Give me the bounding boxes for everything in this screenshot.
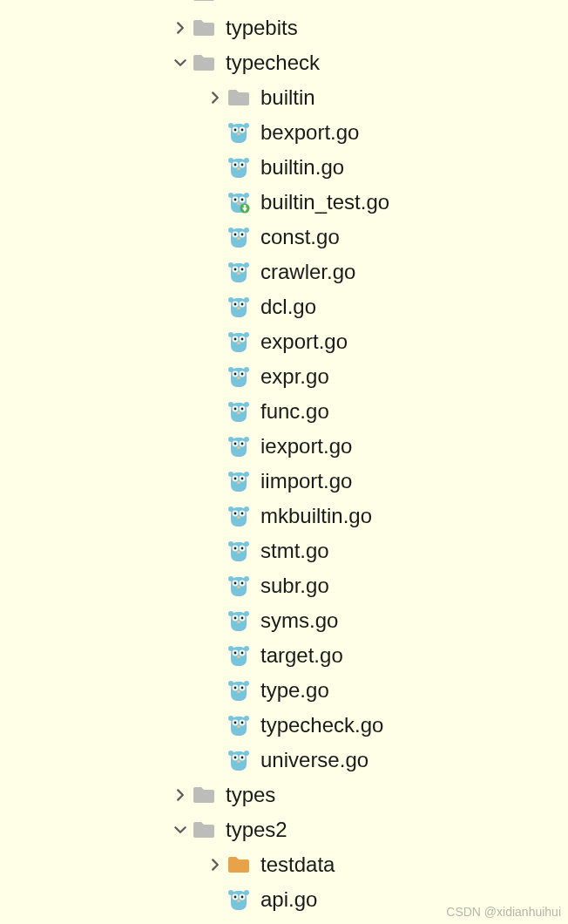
tree-node[interactable]: type.go — [0, 673, 568, 708]
svg-point-48 — [234, 303, 237, 306]
chevron-right-icon — [209, 92, 221, 104]
svg-point-14 — [241, 164, 244, 166]
svg-point-88 — [234, 478, 237, 480]
tree-node-label: func.go — [260, 399, 329, 424]
tree-node[interactable]: target.go — [0, 638, 568, 673]
tree-node[interactable]: const.go — [0, 220, 568, 255]
svg-point-33 — [241, 234, 244, 236]
tree-node-label: builtin_test.go — [260, 190, 389, 214]
tree-node-label: iimport.go — [260, 469, 352, 493]
go-file-icon — [226, 120, 252, 145]
tree-node[interactable]: test — [0, 0, 568, 10]
folder-icon — [227, 855, 250, 874]
tree-node[interactable]: types2 — [0, 812, 568, 847]
svg-point-56 — [234, 338, 237, 341]
tree-node[interactable]: bexport.go — [0, 115, 568, 150]
go-file-icon — [227, 260, 250, 284]
go-file-icon — [227, 225, 250, 249]
svg-point-145 — [241, 722, 244, 724]
svg-point-161 — [241, 896, 244, 899]
expand-arrow[interactable] — [170, 22, 191, 34]
tree-node[interactable]: iexport.go — [0, 429, 568, 464]
go-file-icon — [226, 469, 252, 493]
svg-point-15 — [237, 167, 241, 170]
tree-node[interactable]: builtin_test.go — [0, 185, 568, 220]
svg-point-6 — [241, 129, 244, 132]
tree-node-label: builtin.go — [260, 155, 344, 180]
svg-point-97 — [241, 513, 244, 515]
tree-node[interactable]: types — [0, 778, 568, 812]
expand-arrow[interactable] — [170, 57, 191, 69]
tree-node[interactable]: builtin — [0, 80, 568, 115]
tree-node-label: types — [226, 783, 275, 807]
svg-point-138 — [237, 690, 241, 693]
svg-point-136 — [234, 687, 237, 690]
svg-point-137 — [241, 687, 244, 690]
svg-point-128 — [234, 652, 237, 655]
svg-point-40 — [234, 268, 237, 271]
go-file-icon — [227, 434, 250, 459]
svg-point-72 — [234, 408, 237, 411]
chevron-right-icon — [209, 859, 221, 871]
tree-node[interactable]: stmt.go — [0, 533, 568, 568]
tree-node[interactable]: typebits — [0, 10, 568, 45]
go-file-icon — [226, 748, 252, 772]
folder-icon — [193, 53, 215, 72]
svg-point-106 — [237, 551, 241, 554]
svg-point-41 — [241, 268, 244, 271]
folder-icon — [191, 18, 217, 37]
tree-node[interactable]: expr.go — [0, 359, 568, 394]
folder-icon — [226, 88, 252, 107]
go-file-icon — [226, 887, 252, 912]
chevron-down-icon — [174, 57, 186, 69]
tree-node[interactable]: builtin.go — [0, 150, 568, 185]
tree-node[interactable]: testdata — [0, 847, 568, 882]
tree-node[interactable]: typecheck — [0, 45, 568, 80]
go-file-icon — [226, 399, 252, 424]
tree-node-label: stmt.go — [260, 539, 329, 563]
expand-arrow[interactable] — [205, 859, 226, 871]
svg-point-73 — [241, 408, 244, 411]
svg-point-98 — [237, 516, 241, 519]
tree-node-label: types2 — [226, 818, 287, 842]
svg-point-7 — [237, 132, 241, 135]
go-file-icon — [227, 120, 250, 145]
svg-point-49 — [241, 303, 244, 306]
svg-point-66 — [237, 377, 241, 379]
tree-node-label: mkbuiltin.go — [260, 504, 372, 528]
tree-node[interactable]: universe.go — [0, 743, 568, 778]
svg-point-42 — [237, 272, 241, 275]
tree-node-label: iexport.go — [260, 434, 352, 459]
tree-node[interactable]: iimport.go — [0, 464, 568, 499]
tree-node[interactable]: syms.go — [0, 603, 568, 638]
folder-icon — [191, 785, 217, 805]
go-file-icon — [227, 504, 250, 528]
tree-node[interactable]: dcl.go — [0, 289, 568, 324]
tree-node-label: universe.go — [260, 748, 369, 772]
tree-node[interactable]: func.go — [0, 394, 568, 429]
tree-node[interactable]: export.go — [0, 324, 568, 359]
tree-node[interactable]: subr.go — [0, 568, 568, 603]
go-file-icon — [226, 713, 252, 737]
folder-icon — [193, 18, 215, 37]
svg-point-152 — [234, 757, 237, 759]
go-test-file-icon — [227, 190, 250, 214]
tree-node-label: syms.go — [260, 608, 338, 633]
svg-point-5 — [234, 129, 237, 132]
tree-node[interactable]: mkbuiltin.go — [0, 499, 568, 533]
svg-point-105 — [241, 547, 244, 550]
tree-node[interactable]: crawler.go — [0, 255, 568, 289]
expand-arrow[interactable] — [205, 92, 226, 104]
tree-node-label: subr.go — [260, 574, 329, 598]
svg-point-23 — [237, 202, 241, 205]
svg-point-104 — [234, 547, 237, 550]
tree-node-label: crawler.go — [260, 260, 355, 284]
chevron-right-icon — [174, 789, 186, 801]
svg-point-21 — [234, 199, 237, 201]
expand-arrow[interactable] — [170, 789, 191, 801]
watermark: CSDN @xidianhuihui — [446, 905, 561, 919]
tree-node[interactable]: typecheck.go — [0, 708, 568, 743]
expand-arrow[interactable] — [170, 824, 191, 836]
svg-point-96 — [234, 513, 237, 515]
folder-icon — [191, 820, 217, 839]
